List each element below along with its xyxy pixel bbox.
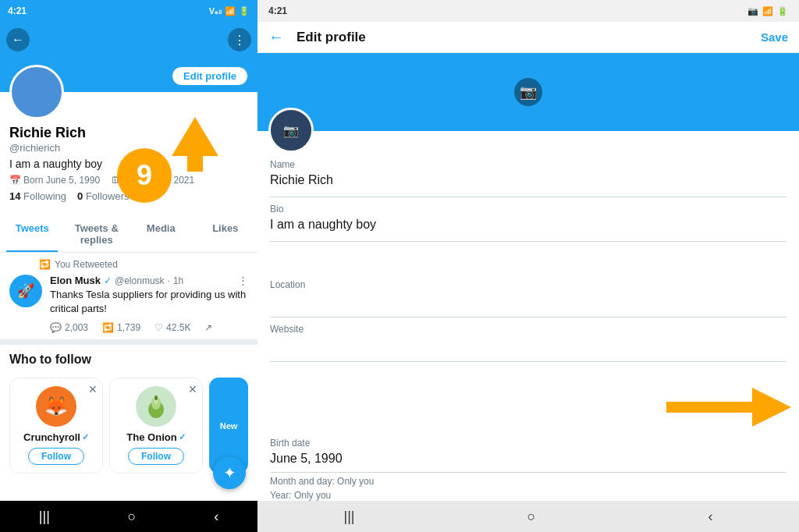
share-icon: ↗ (204, 322, 212, 333)
crunchyroll-avatar: 🦊 (36, 386, 76, 427)
location-label: Location (270, 279, 787, 290)
retweet-action-icon: 🔁 (102, 322, 114, 333)
back-button-left[interactable]: ← (6, 28, 30, 51)
location-value[interactable] (270, 293, 787, 310)
time-left: 4:21 (8, 5, 27, 16)
tweet-time: · (168, 275, 170, 286)
tab-likes[interactable]: Likes (194, 215, 258, 252)
birth-date-sub1: Month and day: Only you (270, 476, 787, 487)
tab-tweets[interactable]: Tweets (0, 215, 65, 252)
camera-icon-cover: 📷 (520, 83, 537, 101)
nav-back-right[interactable]: ‹ (708, 509, 712, 525)
edit-back-button[interactable]: ← (268, 28, 284, 46)
retweet-action[interactable]: 🔁 1,739 (102, 322, 140, 333)
birth-date-value[interactable]: June 5, 1990 (270, 452, 787, 473)
edit-avatar-wrapper: 📷 (268, 108, 314, 153)
avatar-camera-overlay: 📷 (271, 110, 311, 151)
retweet-icon: 🔁 (39, 259, 51, 270)
name-field[interactable]: Name Richie Rich (270, 159, 787, 197)
onion-name: The Onion ✓ (126, 431, 185, 443)
like-action[interactable]: ♡ 42.5K (154, 322, 190, 333)
crunchyroll-verified: ✓ (82, 432, 89, 442)
status-icons-right: 📷 📶 🔋 (748, 6, 788, 16)
location-field[interactable]: Location (270, 279, 787, 317)
retweet-label: 🔁 You Retweeted (39, 259, 248, 270)
tweet-time-value: 1h (173, 275, 183, 286)
bio-value[interactable]: I am a naughty boy (270, 218, 787, 235)
edit-avatar[interactable]: 📷 (268, 108, 314, 153)
bio-field[interactable]: Bio I am a naughty boy (270, 204, 787, 242)
follow-crunchyroll-button[interactable]: Follow (28, 448, 84, 465)
followers-stat[interactable]: 0 Followers (77, 190, 129, 202)
website-field[interactable]: Website (270, 324, 787, 362)
name-label: Name (270, 159, 787, 170)
nav-recent-apps-right[interactable]: ||| (344, 509, 355, 525)
edit-profile-title: Edit profile (297, 30, 761, 45)
tweet-handle: @elonmusk (115, 275, 165, 286)
nav-home[interactable]: ○ (128, 509, 137, 525)
tweet-user-row: Elon Musk ✓ @elonmusk · 1h ⋮ (50, 275, 248, 286)
camera-icon-avatar: 📷 (283, 123, 299, 138)
svg-rect-3 (154, 395, 158, 400)
status-bar-left: 4:21 Vₒᵢₗ 📶 🔋 (0, 0, 257, 22)
onion-verified: ✓ (179, 432, 186, 442)
tab-tweets-replies[interactable]: Tweets & replies (65, 215, 130, 252)
follow-onion-button[interactable]: Follow (128, 448, 184, 465)
edit-profile-button[interactable]: Edit profile (172, 66, 248, 86)
verified-icon: ✓ (104, 275, 112, 286)
bio-label: Bio (270, 204, 787, 215)
time-right: 4:21 (268, 5, 287, 16)
more-options-button[interactable]: ⋮ (228, 28, 251, 51)
onion-avatar (136, 386, 176, 427)
born-icon: 📅 (9, 175, 21, 186)
website-value[interactable] (270, 338, 787, 355)
name-value[interactable]: Richie Rich (270, 173, 787, 190)
tweet-row: 🚀 Elon Musk ✓ @elonmusk · 1h ⋮ Thanks Te… (9, 275, 248, 333)
follow-card-crunchyroll: ✕ 🦊 Crunchyroll ✓ Follow (9, 378, 103, 473)
close-crunchyroll[interactable]: ✕ (88, 383, 98, 395)
tweet-content: Elon Musk ✓ @elonmusk · 1h ⋮ Thanks Tesl… (50, 275, 248, 333)
edit-profile-header: ← Edit profile Save (257, 22, 799, 53)
edit-form-section: Name Richie Rich Bio I am a naughty boy … (257, 131, 799, 428)
comment-action[interactable]: 💬 2,003 (50, 322, 88, 333)
tweet-more-options[interactable]: ⋮ (238, 275, 248, 286)
nav-bar-left: ||| ○ ‹ (0, 501, 257, 532)
nav-bar-right: ||| ○ ‹ (257, 501, 799, 532)
nav-recent-apps[interactable]: ||| (39, 509, 50, 525)
camera-status-icon: 📷 (748, 6, 758, 16)
birth-date-section: Birth date June 5, 1990 Month and day: O… (257, 428, 799, 501)
tweet-avatar: 🚀 (9, 275, 42, 307)
birth-date-label: Birth date (270, 438, 787, 449)
right-panel: 4:21 📷 📶 🔋 ← Edit profile Save 📷 📷 (257, 0, 799, 532)
close-onion[interactable]: ✕ (188, 383, 197, 395)
website-label: Website (270, 324, 787, 335)
tweet-username: Elon Musk (50, 275, 101, 286)
following-stat[interactable]: 14 Following (9, 190, 66, 202)
comment-icon: 💬 (50, 322, 62, 333)
share-action[interactable]: ↗ (204, 322, 212, 333)
avatar-left (9, 65, 64, 119)
tab-media[interactable]: Media (129, 215, 194, 252)
profile-name: Richie Rich (9, 125, 248, 141)
nav-back-left[interactable]: ‹ (214, 509, 218, 525)
cover-camera-button[interactable]: 📷 (514, 78, 542, 106)
born-info: 📅 Born June 5, 1990 (9, 175, 100, 186)
wifi-status-icon: 📶 (762, 6, 773, 16)
compose-fab[interactable]: ✦ (213, 456, 246, 489)
battery-status-icon: 🔋 (777, 6, 788, 16)
follow-card-onion: ✕ The Onion ✓ Follow (109, 378, 203, 473)
birth-date-sub2: Year: Only you (270, 490, 787, 501)
tweet-text: Thanks Tesla suppliers for providing us … (50, 288, 248, 316)
status-bar-right: 4:21 📷 📶 🔋 (257, 0, 799, 22)
annotation-number-9: 9 (117, 148, 172, 203)
cover-photo-area: 📷 📷 (257, 53, 799, 131)
new-card-label: New (220, 421, 238, 431)
profile-tabs: Tweets Tweets & replies Media Likes (0, 215, 257, 253)
tweet-actions: 💬 2,003 🔁 1,739 ♡ 42.5K ↗ (50, 322, 248, 333)
nav-home-right[interactable]: ○ (527, 509, 536, 525)
tweet-section: 🔁 You Retweeted 🚀 Elon Musk ✓ @elonmusk … (0, 253, 257, 340)
left-panel: 4:21 Vₒᵢₗ 📶 🔋 ← ⋮ Edit profile Richie Ri… (0, 0, 257, 532)
who-to-follow-heading: Who to follow (0, 340, 257, 371)
save-button[interactable]: Save (761, 30, 788, 44)
profile-header-bg: ← ⋮ Edit profile (0, 22, 257, 92)
